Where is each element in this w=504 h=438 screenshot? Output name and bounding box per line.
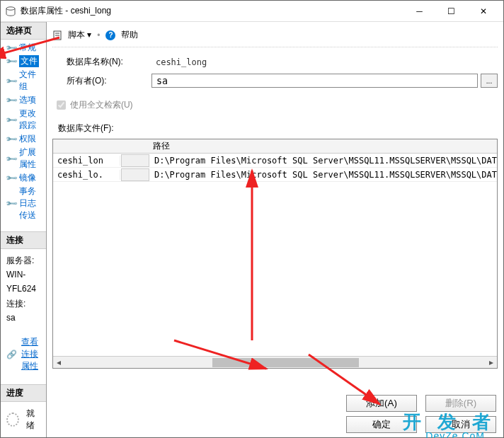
wrench-icon: 🔧	[4, 197, 18, 210]
db-files-grid[interactable]: 路径 ceshi_lon D:\Program Files\Microsoft …	[52, 139, 498, 369]
titlebar: 数据库属性 - ceshi_long ─ ☐ ✕	[1, 1, 503, 22]
connection-header: 连接	[1, 231, 46, 249]
help-link[interactable]: 帮助	[121, 29, 138, 41]
close-button[interactable]: ✕	[467, 1, 499, 21]
grid-col-path: 路径	[149, 140, 497, 152]
scroll-right-icon[interactable]: ▸	[485, 357, 497, 369]
horizontal-scrollbar[interactable]: ◂ ▸	[53, 356, 497, 368]
server-label: 服务器:	[6, 253, 40, 267]
sidebar: 选择页 🔧常规 🔧文件 🔧文件组 🔧选项 🔧更改跟踪 🔧权限 🔧扩展属性 🔧镜像…	[1, 22, 47, 437]
page-permissions[interactable]: 🔧权限	[1, 132, 46, 146]
page-mirroring[interactable]: 🔧镜像	[1, 171, 46, 185]
page-list: 🔧常规 🔧文件 🔧文件组 🔧选项 🔧更改跟踪 🔧权限 🔧扩展属性 🔧镜像 🔧事务…	[1, 40, 46, 224]
page-filegroups[interactable]: 🔧文件组	[1, 68, 46, 93]
db-name-value: ceshi_long	[151, 57, 498, 67]
cell-button[interactable]	[121, 168, 149, 181]
db-files-label: 数据库文件(F):	[52, 122, 498, 134]
wrench-icon: 🔧	[4, 113, 18, 126]
spinner-icon	[6, 413, 19, 427]
wrench-icon: 🔧	[4, 74, 18, 87]
table-row[interactable]: ceshi_lo. D:\Program Files\Microsoft SQL…	[53, 168, 497, 182]
db-properties-window: 数据库属性 - ceshi_long ─ ☐ ✕ 选择页 🔧常规 🔧文件 🔧文件…	[0, 0, 504, 438]
page-options[interactable]: 🔧选项	[1, 93, 46, 107]
table-row[interactable]: ceshi_lon D:\Program Files\Microsoft SQL…	[53, 154, 497, 168]
main-panel: 脚本 ▾ • ? 帮助 数据库名称(N): ceshi_long 所有者(O):…	[47, 22, 503, 437]
wrench-icon: 🔧	[4, 151, 18, 165]
db-name-row: 数据库名称(N): ceshi_long	[52, 56, 498, 68]
maximize-button[interactable]: ☐	[435, 1, 467, 21]
wrench-icon: 🔧	[4, 132, 18, 146]
svg-point-0	[6, 6, 15, 9]
window-body: 选择页 🔧常规 🔧文件 🔧文件组 🔧选项 🔧更改跟踪 🔧权限 🔧扩展属性 🔧镜像…	[1, 22, 503, 437]
wrench-icon: 🔧	[4, 171, 18, 185]
scroll-left-icon[interactable]: ◂	[53, 357, 65, 369]
wrench-icon: 🔧	[4, 93, 18, 107]
owner-row: 所有者(O): ...	[52, 74, 498, 88]
scroll-track[interactable]	[65, 357, 485, 368]
page-log-shipping[interactable]: 🔧事务日志传送	[1, 185, 46, 222]
wrench-icon: 🔧	[4, 54, 18, 68]
owner-browse-button[interactable]: ...	[481, 74, 498, 88]
fts-label: 使用全文检索(U)	[70, 99, 133, 111]
scroll-thumb[interactable]	[212, 358, 360, 367]
help-icon: ?	[105, 30, 115, 40]
view-connection-props-link[interactable]: 🔗 查看连接属性	[1, 332, 46, 376]
page-general[interactable]: 🔧常规	[1, 41, 46, 54]
watermark-sub: DevZe.CoM	[425, 430, 485, 438]
select-page-header: 选择页	[1, 22, 46, 40]
connection-info: 服务器: WIN-YFL624 连接: sa	[1, 249, 46, 333]
connection-icon: 🔗	[6, 350, 17, 359]
page-change-tracking[interactable]: 🔧更改跟踪	[1, 107, 46, 132]
conn-value: sa	[6, 311, 40, 325]
page-files[interactable]: 🔧文件	[1, 54, 46, 68]
fts-row: 使用全文检索(U)	[52, 99, 498, 111]
database-icon	[5, 6, 16, 17]
progress-header: 进度	[1, 384, 46, 402]
script-dropdown[interactable]: 脚本 ▾	[68, 29, 91, 41]
owner-label: 所有者(O):	[52, 75, 151, 87]
page-extended-props[interactable]: 🔧扩展属性	[1, 146, 46, 171]
progress-status: 就绪	[1, 402, 46, 437]
cell-button[interactable]	[121, 154, 149, 167]
window-title: 数据库属性 - ceshi_long	[21, 5, 403, 17]
minimize-button[interactable]: ─	[403, 1, 435, 21]
main-toolbar: 脚本 ▾ • ? 帮助	[52, 28, 498, 47]
db-name-label: 数据库名称(N):	[52, 56, 151, 68]
fts-checkbox	[57, 100, 66, 110]
owner-input[interactable]	[151, 74, 478, 88]
wrench-icon: 🔧	[4, 41, 18, 54]
server-value: WIN-YFL624	[6, 267, 40, 296]
grid-header: 路径	[53, 139, 497, 154]
conn-label: 连接:	[6, 296, 40, 311]
script-icon	[52, 30, 62, 40]
window-controls: ─ ☐ ✕	[403, 1, 499, 21]
